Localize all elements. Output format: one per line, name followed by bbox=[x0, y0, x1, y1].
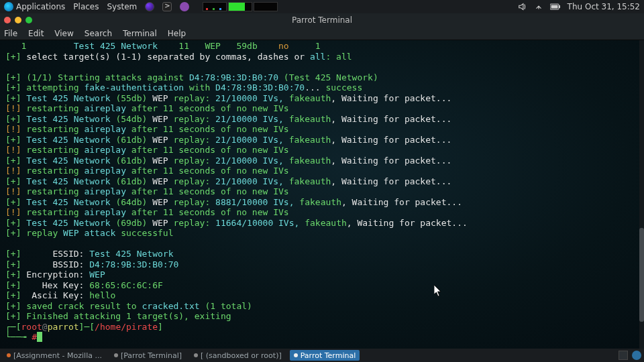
l2-fa: fakeauth bbox=[289, 114, 331, 124]
r1b: aireplay bbox=[84, 103, 126, 113]
parrot-logo-icon bbox=[4, 2, 13, 11]
terminal-viewport[interactable]: 1 Test 425 Network 11 WEP 59db no 1 [+] … bbox=[0, 40, 644, 349]
active-dot-icon bbox=[294, 353, 298, 357]
l1-wep: WEP bbox=[147, 93, 168, 103]
places-menu[interactable]: Places bbox=[73, 2, 99, 11]
saved-1: saved crack result to bbox=[26, 301, 142, 311]
enc-label: Encryption: bbox=[26, 269, 89, 280]
enc-value: WEP bbox=[89, 269, 105, 280]
l6-net: Test 425 Network bbox=[26, 197, 110, 207]
terminal-launcher-icon[interactable] bbox=[162, 2, 172, 11]
row-wps: no bbox=[278, 41, 289, 51]
l2-rep: replay: bbox=[168, 114, 215, 124]
menu-help[interactable]: Help bbox=[168, 29, 186, 38]
window-controls bbox=[4, 17, 32, 23]
ascii-value: hello bbox=[89, 290, 115, 300]
show-desktop-icon[interactable] bbox=[632, 351, 641, 360]
task-terminal-active[interactable]: Parrot Terminal bbox=[290, 350, 360, 361]
row-ch: 11 bbox=[178, 41, 189, 51]
firefox-launcher-icon[interactable] bbox=[145, 2, 154, 11]
terminal-menubar: File Edit View Search Terminal Help bbox=[0, 27, 644, 40]
l2-wep: WEP bbox=[147, 114, 168, 124]
applications-menu[interactable]: Applications bbox=[4, 2, 65, 11]
r5c: after 11 seconds of no new IVs bbox=[126, 186, 289, 196]
scrollbar-thumb[interactable] bbox=[639, 228, 644, 322]
prompt-hash: # bbox=[32, 332, 37, 342]
prompt-close: ] bbox=[158, 322, 163, 332]
dots: ... bbox=[305, 82, 325, 93]
ascii-label: Ascii Key: bbox=[26, 290, 89, 300]
r4b: aireplay bbox=[84, 166, 126, 176]
fakeauth-word: fake-authentication bbox=[84, 82, 184, 93]
menu-edit[interactable]: Edit bbox=[28, 29, 44, 38]
prompt-at: @ bbox=[42, 322, 48, 332]
l7-db: (69db) bbox=[115, 218, 147, 228]
close-button[interactable] bbox=[4, 17, 11, 23]
task-firefox[interactable]: [Assignment - Mozilla ... bbox=[3, 350, 106, 361]
l2-ivs: 21/10000 IVs, bbox=[215, 114, 289, 124]
l6-fa: fakeauth bbox=[299, 197, 341, 207]
mem-monitor bbox=[228, 2, 252, 11]
r3b: aireplay bbox=[84, 145, 126, 155]
top-panel-left: Applications Places System bbox=[4, 2, 278, 11]
saved-2: (1 total) bbox=[200, 301, 252, 311]
r5a: restarting bbox=[26, 186, 84, 196]
l1-fa: fakeauth bbox=[289, 93, 331, 103]
menu-search[interactable]: Search bbox=[85, 29, 112, 38]
l6-rep: replay: bbox=[168, 197, 215, 207]
finish-line: Finished attacking 1 target(s), exiting bbox=[26, 311, 231, 321]
r4c: after 11 seconds of no new IVs bbox=[126, 166, 289, 176]
hex-value: 68:65:6C:6C:6F bbox=[89, 280, 163, 290]
clock[interactable]: Thu Oct 31, 15:52 bbox=[568, 2, 640, 11]
l6-ivs: 8881/10000 IVs, bbox=[215, 197, 299, 207]
row-enc: WEP bbox=[205, 41, 220, 51]
terminal-scrollbar[interactable] bbox=[639, 40, 644, 349]
prompt-dash: ─[ bbox=[84, 322, 95, 332]
bssid-label: BSSID: bbox=[26, 259, 89, 269]
r2a: restarting bbox=[26, 124, 84, 134]
l5-fa: fakeauth bbox=[289, 176, 331, 186]
tor-launcher-icon[interactable] bbox=[180, 2, 189, 11]
sandbox-dot-icon bbox=[194, 353, 198, 357]
terminal-window: Parrot Terminal File Edit View Search Te… bbox=[0, 13, 644, 349]
l4-net: Test 425 Network bbox=[26, 156, 110, 166]
essid-label: ESSID: bbox=[26, 249, 89, 259]
l3-rep: replay: bbox=[168, 135, 215, 145]
system-menu[interactable]: System bbox=[107, 2, 137, 11]
l7-fa: fakeauth bbox=[305, 218, 347, 228]
network-icon[interactable] bbox=[534, 2, 543, 11]
window-titlebar[interactable]: Parrot Terminal bbox=[0, 13, 644, 27]
task-sandbox[interactable]: [ (sandboxed or root)] bbox=[190, 350, 286, 361]
l1-net: Test 425 Network bbox=[26, 93, 110, 103]
minimize-button[interactable] bbox=[15, 17, 21, 23]
menu-file[interactable]: File bbox=[4, 29, 17, 38]
select-prompt: select target(s) (1-1) separated by comm… bbox=[26, 52, 310, 62]
volume-icon[interactable] bbox=[518, 2, 527, 11]
taskbar-tray bbox=[619, 351, 641, 360]
task-firefox-label: [Assignment - Mozilla ... bbox=[13, 351, 102, 360]
l3-ivs: 21/10000 IVs, bbox=[215, 135, 289, 145]
l5-net: Test 425 Network bbox=[26, 176, 110, 186]
maximize-button[interactable] bbox=[25, 17, 32, 23]
success: success bbox=[325, 82, 362, 93]
system-monitor-applet[interactable] bbox=[203, 2, 278, 11]
menu-view[interactable]: View bbox=[54, 29, 73, 38]
menu-terminal[interactable]: Terminal bbox=[123, 29, 157, 38]
l4-wait: , Waiting for packet... bbox=[331, 156, 451, 166]
svg-rect-2 bbox=[551, 5, 557, 9]
battery-icon[interactable] bbox=[550, 3, 561, 10]
l7-ivs: 11664/10000 IVs, bbox=[215, 218, 305, 228]
places-label: Places bbox=[73, 2, 99, 11]
r1a: restarting bbox=[26, 103, 84, 113]
l7-wep: WEP bbox=[147, 218, 168, 228]
bssid-value: D4:78:9B:3D:B0:70 bbox=[89, 259, 178, 269]
l1-db: (55db) bbox=[115, 93, 147, 103]
workspace-switcher-icon[interactable] bbox=[619, 351, 628, 360]
l3-db: (61db) bbox=[115, 135, 147, 145]
l4-ivs: 21/10000 IVs, bbox=[215, 156, 289, 166]
task-terminal-1[interactable]: [Parrot Terminal] bbox=[110, 350, 186, 361]
l7-wait: , Waiting for packet... bbox=[347, 218, 468, 228]
terminal-cursor bbox=[37, 332, 42, 342]
start-tail: (Test 425 Network) bbox=[278, 72, 378, 82]
l5-rep: replay: bbox=[168, 176, 215, 186]
